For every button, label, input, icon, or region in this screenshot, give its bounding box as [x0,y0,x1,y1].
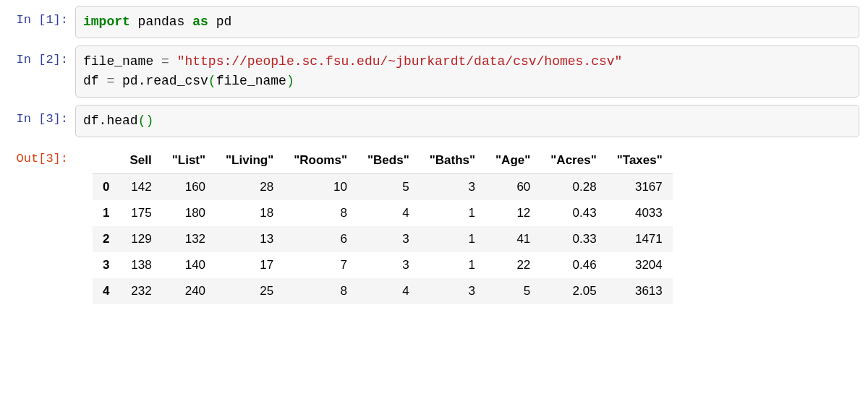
table-cell: 0.28 [540,174,606,201]
table-cell: 1 [420,226,485,252]
table-cell: 6 [284,226,357,252]
table-cell: 4033 [607,200,673,226]
code-input[interactable]: file_name = "https://people.sc.fsu.edu/~… [75,46,859,98]
table-cell: 22 [485,252,540,278]
table-row: 3 138 140 17 7 3 1 22 0.46 3204 [93,252,673,278]
table-cell: 28 [216,174,284,201]
table-header: "Acres" [540,147,606,174]
table-cell: 180 [162,200,216,226]
table-cell: 41 [485,226,540,252]
output-prompt: Out[3]: [9,145,75,168]
table-cell: 10 [284,174,357,201]
paren-open: ( [208,74,216,88]
table-cell: 138 [119,252,161,278]
table-header [93,147,119,174]
code-cell: In [1]: import pandas as pd [9,6,859,38]
table-cell: 13 [216,226,284,252]
table-cell: 8 [284,278,357,304]
table-cell: 175 [119,200,161,226]
code-text: . [138,74,146,88]
row-index: 3 [93,252,119,278]
table-row: 2 129 132 13 6 3 1 41 0.33 1471 [93,226,673,252]
code-text: pd [208,14,231,29]
table-cell: 25 [216,278,284,304]
code-cell: In [2]: file_name = "https://people.sc.f… [9,46,859,98]
paren-close: ) [286,74,294,88]
table-header: "Age" [485,147,540,174]
paren-close: ) [145,113,153,128]
code-text: df [83,113,99,128]
code-text: . [99,113,107,128]
table-cell: 3204 [607,252,673,278]
table-header: "List" [162,147,216,174]
code-text: file_name [216,74,286,88]
paren-open: ( [138,113,146,128]
table-cell: 1 [420,200,485,226]
table-row: 0 142 160 28 10 5 3 60 0.28 3167 [93,174,673,201]
table-cell: 1 [420,252,485,278]
function-name: head [106,113,137,128]
table-cell: 0.43 [540,200,606,226]
table-cell: 3 [420,174,485,201]
output-cell: Out[3]: Sell "List" "Living" "Rooms" "Be… [9,145,859,304]
row-index: 2 [93,226,119,252]
table-cell: 140 [162,252,216,278]
row-index: 1 [93,200,119,226]
input-prompt: In [3]: [9,105,75,128]
input-prompt: In [2]: [9,46,75,69]
table-cell: 18 [216,200,284,226]
table-cell: 3 [357,226,420,252]
code-text [169,54,177,69]
operator: = [161,54,169,69]
table-cell: 17 [216,252,284,278]
code-input[interactable]: df.head() [75,105,859,137]
table-cell: 1471 [607,226,673,252]
table-header: "Baths" [420,147,485,174]
table-cell: 0.46 [540,252,606,278]
code-cell: In [3]: df.head() [9,105,859,137]
table-header: "Living" [216,147,284,174]
table-header: "Taxes" [607,147,673,174]
operator: = [106,74,114,88]
table-cell: 3167 [607,174,673,201]
table-cell: 160 [162,174,216,201]
table-cell: 5 [485,278,540,304]
input-prompt: In [1]: [9,6,75,29]
keyword-as: as [192,14,208,29]
table-cell: 3 [420,278,485,304]
table-cell: 232 [119,278,161,304]
table-cell: 0.33 [540,226,606,252]
code-input[interactable]: import pandas as pd [75,6,859,38]
table-cell: 7 [284,252,357,278]
table-cell: 3613 [607,278,673,304]
table-header: Sell [119,147,161,174]
table-header-row: Sell "List" "Living" "Rooms" "Beds" "Bat… [93,147,673,174]
table-cell: 60 [485,174,540,201]
keyword-import: import [83,14,130,29]
code-text: file_name [83,54,161,69]
row-index: 0 [93,174,119,201]
table-cell: 12 [485,200,540,226]
string-literal: "https://people.sc.fsu.edu/~jburkardt/da… [177,54,623,69]
function-name: read_csv [145,74,208,88]
table-cell: 3 [357,252,420,278]
table-cell: 4 [357,278,420,304]
table-cell: 4 [357,200,420,226]
table-row: 1 175 180 18 8 4 1 12 0.43 4033 [93,200,673,226]
table-row: 4 232 240 25 8 4 3 5 2.05 3613 [93,278,673,304]
output-area: Sell "List" "Living" "Rooms" "Beds" "Bat… [75,145,859,304]
table-cell: 240 [162,278,216,304]
code-text: pd [114,74,137,88]
table-cell: 8 [284,200,357,226]
table-cell: 132 [162,226,216,252]
table-cell: 5 [357,174,420,201]
table-cell: 129 [119,226,161,252]
table-header: "Rooms" [284,147,357,174]
code-text: df [83,74,106,88]
table-cell: 2.05 [540,278,606,304]
table-cell: 142 [119,174,161,201]
code-text: pandas [130,14,192,29]
table-header: "Beds" [357,147,420,174]
dataframe-table: Sell "List" "Living" "Rooms" "Beds" "Bat… [93,147,673,304]
row-index: 4 [93,278,119,304]
